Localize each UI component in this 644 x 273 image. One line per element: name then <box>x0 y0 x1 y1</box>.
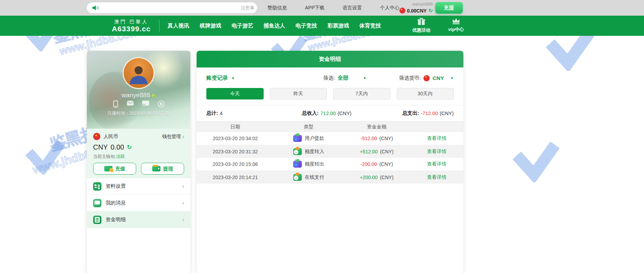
deposit-withdraw-button[interactable]: 充提 <box>435 2 463 14</box>
wallet-amount: 0.00 <box>110 143 124 151</box>
china-flag-icon <box>93 133 100 140</box>
sidebar-menu-item[interactable]: 资料设置 <box>87 178 190 194</box>
nav-menu-item[interactable]: 电子竞技 <box>295 20 318 32</box>
nav-menu-item[interactable]: 棋牌游戏 <box>199 20 222 32</box>
summary-total: 总计: 4 <box>206 110 223 117</box>
caret-down-icon <box>450 76 454 80</box>
user-sidebar: wanye888 B 注册时间：2023-02-06 00:17:29 <box>87 51 190 273</box>
cell-amount: -200.00 (CNY) <box>343 161 410 167</box>
wallet-manage-link[interactable]: 钱包管理 <box>162 134 181 140</box>
withdraw-button[interactable]: 提现 <box>141 163 184 175</box>
view-detail-link[interactable]: 查看详情 <box>427 135 446 141</box>
caret-down-icon <box>363 76 366 80</box>
phone-icon[interactable] <box>113 101 118 107</box>
table-header-date: 日期 <box>197 124 274 130</box>
sidebar-menu-label: 我的消息 <box>106 200 181 206</box>
recharge-button[interactable]: 充值 <box>93 163 136 175</box>
logo-name: 澳門 巴黎人 <box>112 19 151 24</box>
amount-value: -200.00 <box>361 161 377 167</box>
announcement-text: 注意事 <box>99 5 254 11</box>
vip-label: vip中心 <box>448 27 464 32</box>
topbar-link[interactable]: 赞助信息 <box>267 5 287 11</box>
amount-unit: (CNY) <box>379 161 393 167</box>
transactions-table: 2023-03-20 20:34:02 用户提款 -512.00 (CNY) 查… <box>197 132 463 184</box>
main-nav: 澳門 巴黎人 A63399.cc 真人视讯棋牌游戏电子游艺捕鱼达人电子竞技彩票游… <box>0 16 644 36</box>
bitcoin-icon[interactable]: B <box>158 101 165 107</box>
nav-menu-item[interactable]: 体育竞技 <box>359 20 382 32</box>
profile-card: wanye888 B 注册时间：2023-02-06 00:17:29 <box>87 51 190 129</box>
table-header: 日期 类型 资金金额 <box>197 121 463 132</box>
summary-row: 总计: 4 总收入: 712.00 (CNY) 总支出: -712.00 (CN… <box>197 105 463 121</box>
nav-menu-item[interactable]: 真人视讯 <box>167 20 190 32</box>
sidebar-menu-item[interactable]: 资金明细 <box>87 211 190 228</box>
logo-domain: A63399.cc <box>112 25 151 32</box>
cell-date: 2023-03-20 20:31:32 <box>197 149 274 154</box>
topbar-links: 赞助信息APP下载语言设置个人中心 <box>267 0 399 16</box>
topbar: 注意事 赞助信息APP下载语言设置个人中心 wanye888 0.00CNY 充… <box>0 0 644 16</box>
cell-type: 用户提款 <box>274 135 344 142</box>
amount-value: -512.00 <box>361 136 377 141</box>
sidebar-menu-item[interactable]: 我的消息 <box>87 194 190 211</box>
amount-value: +512.00 <box>360 149 378 154</box>
currency-filter-dropdown[interactable]: 筛选货币: CNY <box>399 75 454 81</box>
profile-username: wanye888 <box>122 92 150 99</box>
chevron-right-icon <box>182 183 184 190</box>
chevron-right-icon <box>182 134 184 140</box>
announcement-bar[interactable]: 注意事 <box>87 2 257 13</box>
vip-shortcut[interactable]: vip中心 <box>445 17 468 33</box>
view-detail-link[interactable]: 查看详情 <box>427 174 446 180</box>
wallet-status-active: 活跃 <box>116 154 125 159</box>
cell-amount: +512.00 (CNY) <box>343 149 410 154</box>
transaction-type-label: 额度转出 <box>305 161 324 167</box>
watermark-logo <box>509 139 561 182</box>
nav-menu-item[interactable]: 电子游艺 <box>231 20 254 32</box>
bank-card-icon[interactable] <box>142 101 149 106</box>
filter-dropdown[interactable]: 筛选: 全部 <box>323 74 366 82</box>
transaction-type-icon <box>293 148 302 155</box>
cell-type: 额度转出 <box>274 161 344 168</box>
view-detail-link[interactable]: 查看详情 <box>427 148 446 154</box>
promotions-shortcut[interactable]: 优惠活动 <box>410 17 433 33</box>
topbar-username: wanye888 <box>392 1 433 7</box>
recharge-wallet-icon <box>104 166 113 171</box>
withdraw-wallet-icon <box>152 166 160 171</box>
table-row: 2023-03-20 20:34:02 用户提款 -512.00 (CNY) 查… <box>197 132 463 145</box>
sidebar-menu-icon <box>93 216 101 224</box>
transaction-type-icon <box>293 174 302 181</box>
topbar-link[interactable]: 语言设置 <box>342 5 362 11</box>
profile-username-row: wanye888 <box>87 92 190 99</box>
summary-outcome: 总支出: -712.00 (CNY) <box>402 110 454 117</box>
china-flag-icon <box>423 75 430 81</box>
date-range-tabs: 今天昨天7天内30天内 <box>197 87 463 105</box>
chevron-right-icon <box>182 200 184 206</box>
wallet-section: 人民币 钱包管理 CNY 0.00 当前主钱包:活跃 充值 提现 <box>87 129 190 178</box>
refresh-balance-icon[interactable] <box>428 8 433 13</box>
avatar-person-icon <box>128 63 149 85</box>
nav-menu-item[interactable]: 彩票游戏 <box>327 20 350 32</box>
avatar[interactable] <box>123 57 155 89</box>
topbar-balance: 0.00CNY <box>407 8 427 14</box>
mail-icon[interactable] <box>127 101 134 106</box>
promotions-label: 优惠活动 <box>412 27 430 33</box>
date-range-tab[interactable]: 7天内 <box>333 88 390 99</box>
nav-menu-item[interactable]: 捕鱼达人 <box>263 20 286 32</box>
currency-name: 人民币 <box>104 134 162 140</box>
cell-date: 2023-03-20 20:14:21 <box>197 175 274 180</box>
site-logo[interactable]: 澳門 巴黎人 A63399.cc <box>112 19 151 32</box>
refresh-wallet-icon[interactable] <box>127 144 132 150</box>
date-range-tab[interactable]: 昨天 <box>270 88 327 99</box>
view-detail-link[interactable]: 查看详情 <box>427 161 446 167</box>
register-time: 注册时间：2023-02-06 00:17:29 <box>87 111 190 117</box>
profile-binding-icons: B <box>87 101 190 107</box>
amount-unit: (CNY) <box>380 149 394 154</box>
summary-income: 总收入: 712.00 (CNY) <box>302 110 352 117</box>
topbar-link[interactable]: APP下载 <box>305 5 324 11</box>
topbar-user-block[interactable]: wanye888 0.00CNY <box>392 1 433 14</box>
sidebar-menu-label: 资料设置 <box>106 183 181 190</box>
amount-unit: (CNY) <box>379 136 393 141</box>
record-type-dropdown[interactable]: 账变记录 <box>206 74 235 82</box>
table-header-type: 类型 <box>274 124 344 130</box>
sidebar-menu-icon <box>93 199 101 207</box>
date-range-tab[interactable]: 30天内 <box>397 88 454 99</box>
date-range-tab[interactable]: 今天 <box>206 88 264 99</box>
